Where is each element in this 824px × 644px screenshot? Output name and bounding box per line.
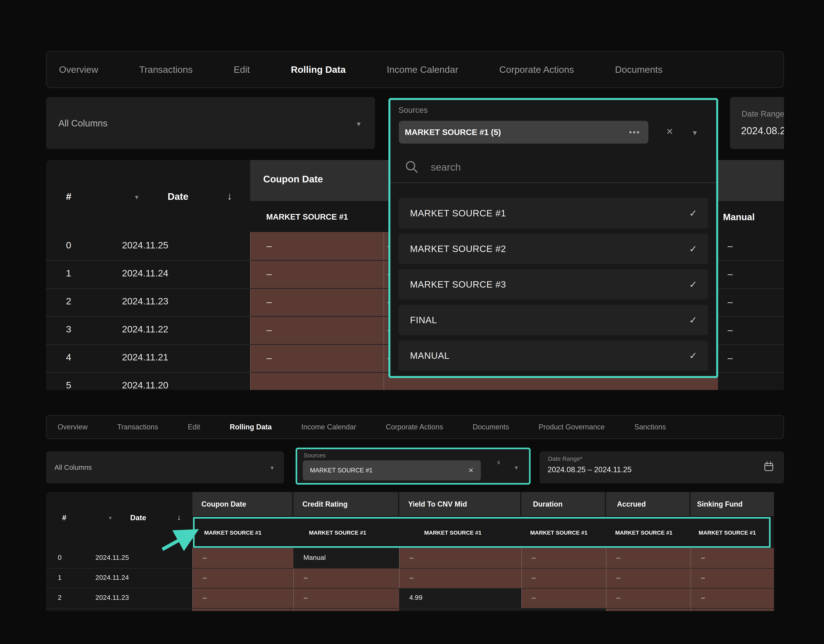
chevron-down-icon[interactable]: ▾ xyxy=(515,464,518,471)
sources-chip[interactable]: MARKET SOURCE #1 (5) ••• xyxy=(399,121,649,144)
table-cell: – xyxy=(250,260,384,288)
check-icon: ✓ xyxy=(689,207,697,219)
more-options-icon[interactable]: ••• xyxy=(629,128,640,137)
date-range-value: 2024.08.25 – 2024.11.25 xyxy=(547,466,632,474)
column-header: Yield To CNV Mid xyxy=(399,492,520,516)
clear-icon[interactable]: x xyxy=(497,459,500,466)
divider xyxy=(390,182,716,183)
table-cell: – xyxy=(250,316,384,344)
tab-transactions[interactable]: Transactions xyxy=(117,423,158,431)
row-index: 5 xyxy=(66,380,71,390)
chevron-down-icon[interactable]: ▾ xyxy=(271,464,274,471)
table-cell: – xyxy=(250,232,384,260)
table-cell: – xyxy=(399,548,521,568)
index-column-header: # xyxy=(66,191,71,202)
check-icon: ✓ xyxy=(689,243,697,254)
table-cell: – xyxy=(606,568,690,588)
all-columns-select[interactable]: All Columns ▾ xyxy=(46,451,284,483)
row-divider xyxy=(46,608,774,609)
row-index: 4 xyxy=(66,352,71,363)
table-cell: – xyxy=(521,588,606,608)
column-header: Sinking Fund xyxy=(690,492,774,516)
sources-chip[interactable]: MARKET SOURCE #1 ✕ xyxy=(303,460,481,480)
sort-descending-icon[interactable]: ↓ xyxy=(227,190,232,202)
tab-rolling-data[interactable]: Rolling Data xyxy=(230,423,272,431)
tab-edit[interactable]: Edit xyxy=(188,423,200,431)
index-caret-icon[interactable]: ▾ xyxy=(135,193,138,201)
subheader-market-source-1: MARKET SOURCE #1 xyxy=(204,530,261,536)
source-row-highlight: MARKET SOURCE #1 MARKET SOURCE #1 MARKET… xyxy=(193,517,770,548)
table-cell: – xyxy=(192,548,294,568)
all-columns-select[interactable]: All Columns ▾ xyxy=(46,97,375,149)
check-icon: ✓ xyxy=(689,279,697,290)
page: Overview Transactions Edit Rolling Data … xyxy=(0,0,824,644)
table-cell: – xyxy=(727,324,733,335)
tab-sanctions[interactable]: Sanctions xyxy=(634,423,666,431)
tab-income-calendar[interactable]: Income Calendar xyxy=(301,423,356,431)
all-columns-value: All Columns xyxy=(58,118,108,129)
option-final[interactable]: FINAL ✓ xyxy=(398,305,708,335)
row-index: 2 xyxy=(58,593,61,601)
column-header: Accrued xyxy=(606,492,689,516)
tab-transactions[interactable]: Transactions xyxy=(139,64,192,75)
tab-edit[interactable]: Edit xyxy=(234,64,250,75)
row-date: 2024.11.25 xyxy=(95,553,129,561)
bottom-screenshot: Overview Transactions Edit Rolling Data … xyxy=(46,413,784,611)
date-range-label: Date Range* xyxy=(548,455,583,462)
tab-product-governance[interactable]: Product Governance xyxy=(539,423,604,431)
tab-documents[interactable]: Documents xyxy=(473,423,509,431)
row-date: 2024.11.21 xyxy=(122,352,168,363)
row-index: 1 xyxy=(66,267,71,278)
date-range-label: Date Range xyxy=(742,109,784,118)
table-cell: – xyxy=(606,548,690,568)
table-cell: – xyxy=(727,268,733,279)
index-caret-icon[interactable]: ▾ xyxy=(109,515,112,521)
table-cell: – xyxy=(727,352,733,363)
top-screenshot: Overview Transactions Edit Rolling Data … xyxy=(46,51,784,390)
row-date: 2024.11.23 xyxy=(122,296,168,307)
date-range-value: 2024.08.25 xyxy=(741,125,784,137)
row-divider xyxy=(46,588,774,589)
option-market-source-1[interactable]: MARKET SOURCE #1 ✓ xyxy=(398,198,708,228)
search-input[interactable] xyxy=(430,159,671,175)
table-cell: – xyxy=(250,344,384,372)
date-range-field[interactable]: Date Range 2024.08.25 xyxy=(730,97,784,149)
date-column-header: Date xyxy=(130,513,146,522)
table-cell: – xyxy=(690,568,774,588)
subheader-market-source-1: MARKET SOURCE #1 xyxy=(530,530,587,536)
sources-dropdown: Sources MARKET SOURCE #1 (5) ••• ✕ ▾ MAR… xyxy=(388,98,718,378)
row-index: 1 xyxy=(58,573,61,581)
table-cell: – xyxy=(727,240,733,251)
date-range-field[interactable]: Date Range* 2024.08.25 – 2024.11.25 xyxy=(540,451,784,483)
chevron-down-icon[interactable]: ▾ xyxy=(693,128,697,137)
bottom-tab-bar: Overview Transactions Edit Rolling Data … xyxy=(46,415,784,439)
tab-corporate-actions[interactable]: Corporate Actions xyxy=(386,423,443,431)
tab-overview[interactable]: Overview xyxy=(58,423,88,431)
option-market-source-3[interactable]: MARKET SOURCE #3 ✓ xyxy=(398,269,708,300)
row-date: 2024.11.22 xyxy=(122,324,168,335)
subheader-market-source-1: MARKET SOURCE #1 xyxy=(424,530,481,536)
tab-rolling-data[interactable]: Rolling Data xyxy=(291,64,346,75)
tab-income-calendar[interactable]: Income Calendar xyxy=(387,64,458,75)
tab-overview[interactable]: Overview xyxy=(59,64,98,75)
table-cell: Manual xyxy=(294,548,399,568)
chevron-down-icon[interactable]: ▾ xyxy=(357,119,361,128)
sort-descending-icon[interactable]: ↓ xyxy=(177,513,181,522)
table-cell: – xyxy=(521,548,606,568)
subheader-market-source-1: MARKET SOURCE #1 xyxy=(615,530,672,536)
row-index: 0 xyxy=(66,240,71,251)
table-cell: – xyxy=(606,588,690,608)
option-market-source-2[interactable]: MARKET SOURCE #2 ✓ xyxy=(398,234,708,264)
sources-chip-label: MARKET SOURCE #1 (5) xyxy=(405,128,501,137)
option-manual[interactable]: MANUAL ✓ xyxy=(398,340,708,371)
tab-documents[interactable]: Documents xyxy=(615,64,663,75)
clear-icon[interactable]: ✕ xyxy=(666,126,673,137)
table-cell: – xyxy=(192,588,294,608)
calendar-icon[interactable] xyxy=(764,461,774,472)
check-icon: ✓ xyxy=(689,350,697,361)
row-index: 0 xyxy=(58,553,61,561)
row-date: 2024.11.20 xyxy=(122,380,168,390)
chip-remove-icon[interactable]: ✕ xyxy=(468,467,473,474)
tab-corporate-actions[interactable]: Corporate Actions xyxy=(499,64,574,75)
subheader-market-source-1: MARKET SOURCE #1 xyxy=(266,212,348,221)
